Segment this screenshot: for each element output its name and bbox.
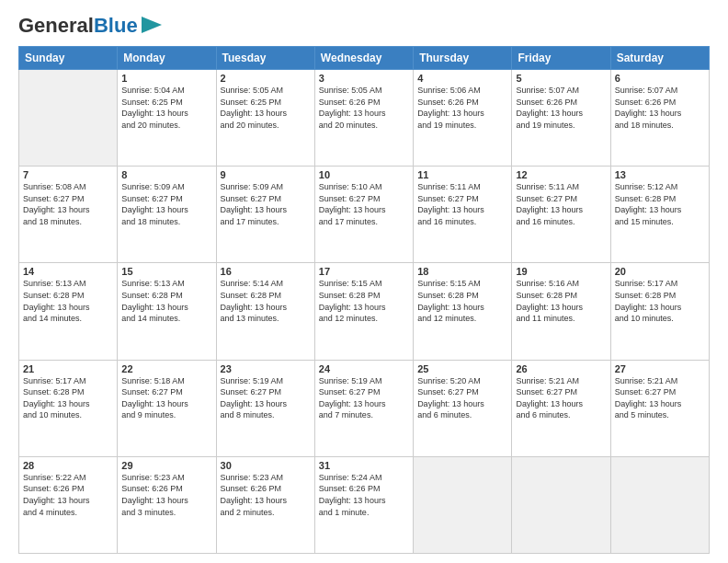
week-row-1: 1Sunrise: 5:04 AMSunset: 6:25 PMDaylight…: [19, 70, 710, 167]
week-row-4: 21Sunrise: 5:17 AMSunset: 6:28 PMDayligh…: [19, 360, 710, 456]
day-info: Sunrise: 5:15 AMSunset: 6:28 PMDaylight:…: [417, 278, 507, 324]
day-number: 28: [23, 460, 113, 471]
day-info: Sunrise: 5:12 AMSunset: 6:28 PMDaylight:…: [615, 181, 705, 227]
day-number: 31: [319, 460, 409, 471]
header-day-monday: Monday: [118, 47, 216, 70]
header-day-sunday: Sunday: [19, 47, 118, 70]
header-day-wednesday: Wednesday: [314, 47, 413, 70]
calendar-cell: 22Sunrise: 5:18 AMSunset: 6:27 PMDayligh…: [118, 360, 216, 456]
day-number: 11: [417, 169, 507, 180]
calendar-cell: 8Sunrise: 5:09 AMSunset: 6:27 PMDaylight…: [118, 167, 216, 263]
calendar-cell: 3Sunrise: 5:05 AMSunset: 6:26 PMDaylight…: [314, 70, 413, 167]
day-info: Sunrise: 5:04 AMSunset: 6:25 PMDaylight:…: [121, 85, 211, 131]
day-number: 9: [221, 169, 311, 180]
calendar-cell: 14Sunrise: 5:13 AMSunset: 6:28 PMDayligh…: [19, 263, 118, 360]
calendar-cell: 23Sunrise: 5:19 AMSunset: 6:27 PMDayligh…: [216, 360, 314, 456]
calendar-cell: 2Sunrise: 5:05 AMSunset: 6:25 PMDaylight…: [216, 70, 314, 167]
calendar-cell: 26Sunrise: 5:21 AMSunset: 6:27 PMDayligh…: [512, 360, 610, 456]
day-number: 29: [121, 460, 211, 471]
day-number: 22: [121, 363, 211, 374]
day-number: 27: [615, 363, 705, 374]
day-number: 14: [23, 266, 113, 277]
calendar-cell: [414, 456, 512, 553]
logo-general: General: [18, 14, 94, 37]
calendar-cell: 29Sunrise: 5:23 AMSunset: 6:26 PMDayligh…: [118, 456, 216, 553]
calendar-cell: 28Sunrise: 5:22 AMSunset: 6:26 PMDayligh…: [19, 456, 118, 553]
day-number: 2: [221, 73, 311, 84]
day-number: 30: [221, 460, 311, 471]
calendar-cell: 27Sunrise: 5:21 AMSunset: 6:27 PMDayligh…: [610, 360, 709, 456]
day-number: 6: [615, 73, 705, 84]
day-number: 3: [319, 73, 409, 84]
calendar-cell: 24Sunrise: 5:19 AMSunset: 6:27 PMDayligh…: [314, 360, 413, 456]
day-info: Sunrise: 5:21 AMSunset: 6:27 PMDaylight:…: [615, 375, 705, 421]
day-info: Sunrise: 5:23 AMSunset: 6:26 PMDaylight:…: [121, 472, 211, 518]
week-row-2: 7Sunrise: 5:08 AMSunset: 6:27 PMDaylight…: [19, 167, 710, 263]
calendar-cell: [512, 456, 610, 553]
day-number: 5: [516, 73, 606, 84]
day-number: 25: [417, 363, 507, 374]
logo-blue: Blue: [94, 14, 138, 37]
day-info: Sunrise: 5:22 AMSunset: 6:26 PMDaylight:…: [23, 472, 113, 518]
day-number: 26: [516, 363, 606, 374]
calendar-cell: 5Sunrise: 5:07 AMSunset: 6:26 PMDaylight…: [512, 70, 610, 167]
day-info: Sunrise: 5:13 AMSunset: 6:28 PMDaylight:…: [23, 278, 113, 324]
calendar-cell: 20Sunrise: 5:17 AMSunset: 6:28 PMDayligh…: [610, 263, 709, 360]
day-info: Sunrise: 5:09 AMSunset: 6:27 PMDaylight:…: [221, 181, 311, 227]
day-info: Sunrise: 5:13 AMSunset: 6:28 PMDaylight:…: [121, 278, 211, 324]
day-info: Sunrise: 5:18 AMSunset: 6:27 PMDaylight:…: [121, 375, 211, 421]
week-row-5: 28Sunrise: 5:22 AMSunset: 6:26 PMDayligh…: [19, 456, 710, 553]
day-number: 12: [516, 169, 606, 180]
day-info: Sunrise: 5:10 AMSunset: 6:27 PMDaylight:…: [319, 181, 409, 227]
calendar-cell: 18Sunrise: 5:15 AMSunset: 6:28 PMDayligh…: [414, 263, 512, 360]
day-info: Sunrise: 5:17 AMSunset: 6:28 PMDaylight:…: [23, 375, 113, 421]
day-number: 13: [615, 169, 705, 180]
calendar-cell: [19, 70, 118, 167]
day-info: Sunrise: 5:14 AMSunset: 6:28 PMDaylight:…: [221, 278, 311, 324]
calendar-cell: 6Sunrise: 5:07 AMSunset: 6:26 PMDaylight…: [610, 70, 709, 167]
week-row-3: 14Sunrise: 5:13 AMSunset: 6:28 PMDayligh…: [19, 263, 710, 360]
header-day-saturday: Saturday: [610, 47, 709, 70]
calendar-cell: 15Sunrise: 5:13 AMSunset: 6:28 PMDayligh…: [118, 263, 216, 360]
day-number: 21: [23, 363, 113, 374]
header-day-tuesday: Tuesday: [216, 47, 314, 70]
day-number: 4: [417, 73, 507, 84]
day-info: Sunrise: 5:24 AMSunset: 6:26 PMDaylight:…: [319, 472, 409, 518]
calendar-cell: 9Sunrise: 5:09 AMSunset: 6:27 PMDaylight…: [216, 167, 314, 263]
day-number: 18: [417, 266, 507, 277]
day-info: Sunrise: 5:09 AMSunset: 6:27 PMDaylight:…: [121, 181, 211, 227]
header-day-thursday: Thursday: [414, 47, 512, 70]
calendar-cell: 31Sunrise: 5:24 AMSunset: 6:26 PMDayligh…: [314, 456, 413, 553]
calendar-cell: 17Sunrise: 5:15 AMSunset: 6:28 PMDayligh…: [314, 263, 413, 360]
day-number: 16: [221, 266, 311, 277]
svg-marker-0: [142, 17, 162, 33]
day-info: Sunrise: 5:06 AMSunset: 6:26 PMDaylight:…: [417, 85, 507, 131]
day-number: 24: [319, 363, 409, 374]
day-info: Sunrise: 5:19 AMSunset: 6:27 PMDaylight:…: [221, 375, 311, 421]
calendar-cell: 30Sunrise: 5:23 AMSunset: 6:26 PMDayligh…: [216, 456, 314, 553]
day-number: 23: [221, 363, 311, 374]
day-number: 8: [121, 169, 211, 180]
day-number: 19: [516, 266, 606, 277]
day-info: Sunrise: 5:11 AMSunset: 6:27 PMDaylight:…: [516, 181, 606, 227]
calendar-cell: [610, 456, 709, 553]
day-number: 20: [615, 266, 705, 277]
day-number: 15: [121, 266, 211, 277]
calendar-cell: 16Sunrise: 5:14 AMSunset: 6:28 PMDayligh…: [216, 263, 314, 360]
day-info: Sunrise: 5:16 AMSunset: 6:28 PMDaylight:…: [516, 278, 606, 324]
calendar-cell: 12Sunrise: 5:11 AMSunset: 6:27 PMDayligh…: [512, 167, 610, 263]
calendar: SundayMondayTuesdayWednesdayThursdayFrid…: [18, 46, 710, 554]
calendar-cell: 19Sunrise: 5:16 AMSunset: 6:28 PMDayligh…: [512, 263, 610, 360]
day-number: 10: [319, 169, 409, 180]
logo-icon: [142, 17, 162, 37]
logo-text: GeneralBlue: [18, 16, 138, 36]
day-number: 17: [319, 266, 409, 277]
calendar-cell: 11Sunrise: 5:11 AMSunset: 6:27 PMDayligh…: [414, 167, 512, 263]
calendar-cell: 25Sunrise: 5:20 AMSunset: 6:27 PMDayligh…: [414, 360, 512, 456]
calendar-cell: 1Sunrise: 5:04 AMSunset: 6:25 PMDaylight…: [118, 70, 216, 167]
day-info: Sunrise: 5:07 AMSunset: 6:26 PMDaylight:…: [516, 85, 606, 131]
day-info: Sunrise: 5:17 AMSunset: 6:28 PMDaylight:…: [615, 278, 705, 324]
calendar-cell: 10Sunrise: 5:10 AMSunset: 6:27 PMDayligh…: [314, 167, 413, 263]
header-day-friday: Friday: [512, 47, 610, 70]
logo: GeneralBlue: [18, 15, 162, 37]
